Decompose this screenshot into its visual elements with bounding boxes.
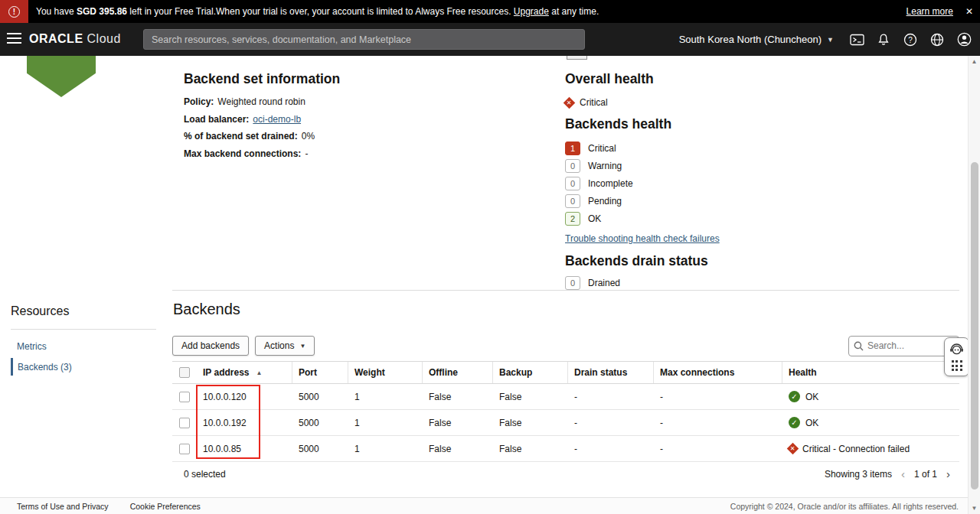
header-drain-status[interactable]: Drain status: [568, 362, 654, 383]
region-selector[interactable]: South Korea North (Chuncheon)▼: [679, 34, 834, 45]
header-backup[interactable]: Backup: [493, 362, 568, 383]
region-label: South Korea North (Chuncheon): [679, 34, 822, 45]
sort-ascending-icon[interactable]: ▲: [256, 369, 262, 376]
header-weight[interactable]: Weight: [348, 362, 423, 383]
help-icon[interactable]: ?: [900, 30, 920, 50]
chevron-down-icon: ▼: [299, 343, 305, 350]
logo-cloud: Cloud: [87, 32, 121, 45]
global-search-input[interactable]: [143, 29, 585, 50]
header-actions: South Korea North (Chuncheon)▼ ?: [679, 23, 974, 56]
table-search-input[interactable]: [867, 340, 954, 351]
table-row[interactable]: 10.0.0.192 5000 1 False False - - ✓OK: [172, 410, 959, 436]
drain-status-title: Backends drain status: [565, 253, 887, 269]
load-balancer-label: Load balancer:: [184, 114, 249, 125]
cell-backup: False: [493, 418, 568, 428]
cell-port: 5000: [292, 418, 348, 428]
close-icon[interactable]: ✕: [965, 6, 973, 17]
notifications-bell-icon[interactable]: [874, 30, 893, 50]
header-checkbox-cell: [172, 367, 197, 378]
critical-label: Critical: [588, 143, 616, 154]
health-item-incomplete: 0Incomplete: [565, 174, 887, 192]
pagination-prev-icon[interactable]: ‹: [901, 467, 905, 480]
header-offline[interactable]: Offline: [423, 362, 493, 383]
language-globe-icon[interactable]: [927, 30, 947, 50]
table-row[interactable]: 10.0.0.85 5000 1 False False - - ✕Critic…: [172, 436, 959, 462]
trial-banner-text: You have SGD 395.86 left in your Free Tr…: [36, 6, 599, 17]
drained-value: 0%: [302, 131, 315, 142]
header-max-connections[interactable]: Max connections: [654, 362, 782, 383]
health-item-ok: 2OK: [565, 210, 887, 227]
row-checkbox[interactable]: [179, 444, 190, 454]
logo-oracle: ORACLE: [29, 32, 83, 45]
cookie-preferences-link[interactable]: Cookie Preferences: [130, 502, 201, 511]
header-health-label: Health: [789, 367, 817, 378]
copyright-text: Copyright © 2024, Oracle and/or its affi…: [730, 502, 959, 511]
banner-right: Learn more ✕: [906, 6, 980, 17]
header-port-label: Port: [299, 367, 317, 378]
header-ip-address[interactable]: IP address▲: [197, 362, 292, 383]
header-weight-label: Weight: [354, 367, 385, 378]
learn-more-link[interactable]: Learn more: [906, 6, 953, 17]
pagination-next-icon[interactable]: ›: [946, 467, 955, 480]
pending-label: Pending: [588, 196, 622, 207]
trial-amount: SGD 395.86: [77, 6, 127, 17]
health-column: Overall health ✕ Critical Backends healt…: [565, 71, 887, 291]
vertical-scrollbar[interactable]: ▲ ▼: [968, 56, 980, 514]
drained-badge-label: Drained: [588, 278, 620, 288]
section-divider: [172, 290, 959, 291]
add-backends-button[interactable]: Add backends: [172, 336, 249, 356]
troubleshooting-row: Trouble shooting health check failures: [565, 233, 887, 249]
cell-offline: False: [423, 444, 493, 454]
assistant-face-icon: [949, 343, 965, 356]
scroll-down-icon[interactable]: ▼: [969, 505, 980, 512]
header-drain-label: Drain status: [574, 367, 627, 378]
resources-title: Resources: [11, 304, 69, 318]
oracle-cloud-logo[interactable]: ORACLECloud: [29, 32, 121, 46]
header-ip-label: IP address: [203, 367, 249, 378]
policy-label: Policy:: [184, 96, 214, 107]
exclamation-icon: !: [8, 6, 20, 18]
load-balancer-icon: [27, 56, 96, 97]
terms-link[interactable]: Terms of Use and Privacy: [17, 502, 109, 511]
banner-text-post: at any time.: [549, 6, 599, 17]
backends-toolbar: Add backends Actions▼: [172, 335, 959, 356]
incomplete-count-badge: 0: [565, 177, 580, 190]
info-row-max-connections: Max backend connections:-: [184, 148, 315, 166]
cell-max-connections: -: [654, 418, 782, 428]
hamburger-menu-icon[interactable]: [7, 33, 21, 47]
header-health[interactable]: Health: [782, 362, 959, 383]
drained-count-badge: 0: [565, 276, 580, 290]
backends-section-title: Backends: [173, 301, 240, 318]
user-avatar-icon[interactable]: [954, 30, 974, 50]
pending-count-badge: 0: [565, 194, 580, 208]
cell-weight: 1: [348, 418, 423, 428]
cell-weight: 1: [348, 392, 423, 402]
row-checkbox[interactable]: [179, 392, 190, 402]
info-row-drained: % of backend set drained:0%: [184, 131, 315, 148]
warning-label: Warning: [588, 161, 622, 171]
scroll-up-icon[interactable]: ▲: [969, 58, 980, 65]
select-all-checkbox[interactable]: [179, 367, 190, 378]
scrolled-element-fragment: [567, 56, 587, 60]
sidebar-item-backends[interactable]: Backends (3): [11, 358, 72, 376]
table-row[interactable]: 10.0.0.120 5000 1 False False - - ✓OK: [172, 384, 959, 410]
upgrade-link[interactable]: Upgrade: [514, 6, 549, 17]
drain-item-drained: 0Drained: [565, 274, 887, 291]
backends-table: IP address▲ Port Weight Offline Backup D…: [172, 361, 959, 462]
load-balancer-link[interactable]: oci-demo-lb: [253, 114, 301, 125]
header-port[interactable]: Port: [292, 362, 348, 383]
cell-offline: False: [423, 418, 493, 428]
scrollbar-thumb[interactable]: [971, 162, 978, 490]
cell-offline: False: [423, 392, 493, 402]
actions-button[interactable]: Actions▼: [255, 336, 315, 356]
svg-text:?: ?: [908, 35, 913, 44]
row-checkbox[interactable]: [179, 418, 190, 428]
sidebar-item-metrics[interactable]: Metrics: [17, 341, 47, 352]
assistant-widget[interactable]: [944, 337, 969, 376]
health-item-critical: 1Critical: [565, 139, 887, 157]
troubleshooting-link[interactable]: Trouble shooting health check failures: [565, 233, 720, 244]
header-backup-label: Backup: [499, 367, 532, 378]
cloud-shell-icon[interactable]: [847, 30, 867, 50]
cell-ip: 10.0.0.120: [197, 392, 292, 402]
cell-max-connections: -: [654, 392, 782, 402]
